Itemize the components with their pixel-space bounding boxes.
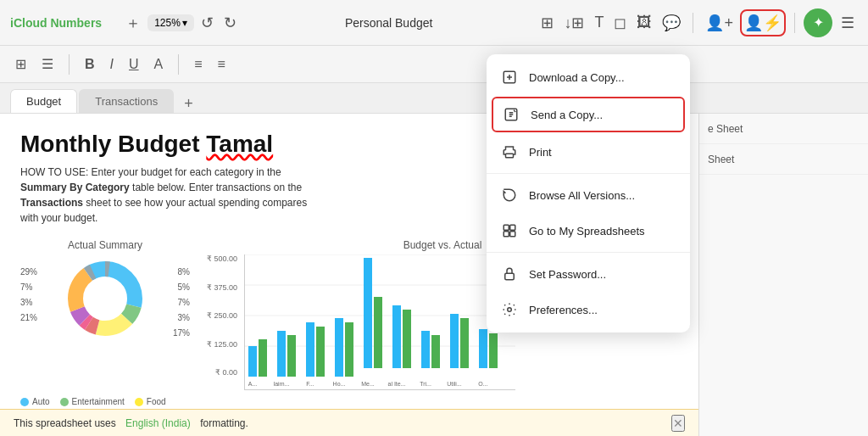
svg-rect-29 bbox=[479, 329, 487, 368]
chart-legend: Auto Entertainment Food bbox=[20, 397, 190, 406]
send-copy-icon bbox=[502, 105, 520, 124]
svg-rect-22 bbox=[374, 297, 382, 368]
svg-text:Ho...: Ho... bbox=[333, 381, 346, 387]
sheet-tabs: Budget Transactions + bbox=[0, 83, 868, 114]
right-icons: ✦ ☰ bbox=[804, 8, 858, 37]
menu-set-password-label: Set Password... bbox=[529, 268, 606, 281]
y-0: ₹ 0.00 bbox=[207, 368, 237, 377]
donut-svg bbox=[63, 256, 147, 341]
download-icon bbox=[500, 68, 519, 87]
svg-rect-13 bbox=[248, 346, 257, 377]
panel-row-2: Sheet bbox=[699, 144, 868, 175]
y-375: ₹ 375.00 bbox=[207, 283, 237, 292]
chart-download-icon[interactable]: ↓⊞ bbox=[560, 10, 587, 36]
redo-btn[interactable]: ↻ bbox=[220, 10, 240, 36]
notif-text: This spreadsheet uses bbox=[14, 417, 116, 429]
tab-transactions[interactable]: Transactions bbox=[79, 89, 174, 113]
format-table-btn[interactable]: ⊞ bbox=[10, 53, 31, 75]
format-b-btn[interactable]: B bbox=[80, 53, 100, 75]
right-panel: e Sheet Sheet bbox=[698, 114, 868, 436]
toolbar-divider bbox=[693, 13, 693, 33]
align-left-btn[interactable]: ≡ bbox=[189, 53, 207, 75]
top-toolbar: iCloud Numbers ＋ 125% ▾ ↺ ↻ Personal Bud… bbox=[0, 0, 868, 46]
add-sheet-tab-btn[interactable]: + bbox=[179, 95, 198, 113]
toolbar-right: ⊞ ↓⊞ T ◻ 🖼 💬 👤+ 👤⚡ ✦ ☰ bbox=[537, 8, 858, 37]
add-sheet-btn[interactable]: ＋ bbox=[122, 9, 144, 36]
menu-print[interactable]: Print bbox=[487, 134, 690, 170]
format-divider bbox=[69, 54, 70, 75]
format-list-btn[interactable]: ☰ bbox=[36, 53, 58, 75]
preferences-icon bbox=[500, 300, 519, 319]
menu-divider-2 bbox=[487, 252, 690, 253]
donut-chart-container: Actual Summary 29% 7% 3% 21% bbox=[20, 239, 190, 406]
table-icon[interactable]: ⊞ bbox=[537, 10, 557, 36]
share-icon[interactable]: 👤+ bbox=[702, 10, 737, 36]
format-divider2 bbox=[178, 54, 179, 75]
svg-point-8 bbox=[84, 277, 126, 320]
format-i-btn[interactable]: I bbox=[105, 53, 119, 75]
svg-rect-19 bbox=[335, 318, 343, 377]
dlabel-21: 21% bbox=[20, 310, 37, 326]
legend-auto-dot bbox=[20, 398, 29, 406]
svg-rect-20 bbox=[345, 322, 353, 377]
svg-rect-30 bbox=[489, 333, 498, 368]
menu-my-spreadsheets[interactable]: Go to My Spreadsheets bbox=[487, 213, 690, 249]
more-options-btn[interactable]: ☰ bbox=[837, 10, 858, 36]
main-area: Monthly Budget Tamal HOW TO USE: Enter y… bbox=[0, 114, 868, 436]
donut-title: Actual Summary bbox=[20, 239, 190, 251]
notif-text2: formatting. bbox=[200, 417, 248, 429]
panel-row-1: e Sheet bbox=[699, 114, 868, 144]
svg-text:F...: F... bbox=[306, 381, 314, 387]
bar-y-labels: ₹ 500.00 ₹ 375.00 ₹ 250.00 ₹ 125.00 ₹ 0.… bbox=[207, 254, 241, 390]
text-icon[interactable]: T bbox=[591, 10, 607, 35]
menu-set-password[interactable]: Set Password... bbox=[487, 256, 690, 292]
y-250: ₹ 250.00 bbox=[207, 311, 237, 320]
menu-print-label: Print bbox=[529, 146, 552, 159]
svg-text:A...: A... bbox=[248, 381, 258, 387]
bar-svg: A... laim... F... Ho... Me... al Ite... … bbox=[244, 254, 515, 390]
dlabel-7: 7% bbox=[20, 280, 37, 295]
y-125: ₹ 125.00 bbox=[207, 340, 237, 349]
collab-btn[interactable]: 👤⚡ bbox=[740, 9, 786, 36]
format-color-btn[interactable]: A bbox=[149, 53, 169, 75]
set-password-icon bbox=[500, 265, 519, 283]
format-toolbar: ⊞ ☰ B I U A ≡ ≡ bbox=[0, 46, 868, 83]
menu-browse-versions[interactable]: Browse All Versions... bbox=[487, 177, 690, 213]
transactions-bold: Transactions bbox=[20, 197, 83, 209]
svg-rect-45 bbox=[504, 232, 509, 237]
notif-close-btn[interactable]: ✕ bbox=[671, 415, 685, 432]
svg-rect-14 bbox=[259, 339, 267, 377]
legend-food-label: Food bbox=[147, 397, 166, 406]
user-avatar[interactable]: ✦ bbox=[804, 8, 832, 37]
svg-text:al Ite...: al Ite... bbox=[388, 381, 406, 387]
menu-my-spreadsheets-label: Go to My Spreadsheets bbox=[529, 225, 645, 238]
menu-browse-versions-label: Browse All Versions... bbox=[529, 189, 635, 202]
comment-icon[interactable]: 💬 bbox=[659, 10, 684, 36]
donut-wrapper: 29% 7% 3% 21% bbox=[20, 256, 190, 392]
notif-link[interactable]: English (India) bbox=[125, 417, 191, 429]
svg-rect-44 bbox=[510, 225, 515, 230]
zoom-control[interactable]: 125% ▾ bbox=[147, 14, 194, 31]
svg-point-48 bbox=[508, 308, 512, 312]
menu-download[interactable]: Download a Copy... bbox=[487, 59, 690, 95]
svg-rect-43 bbox=[504, 225, 509, 230]
svg-text:Me...: Me... bbox=[361, 381, 375, 387]
media-icon[interactable]: 🖼 bbox=[633, 10, 655, 35]
legend-entertainment-label: Entertainment bbox=[72, 397, 125, 406]
tab-budget[interactable]: Budget bbox=[10, 89, 77, 113]
svg-text:Tri...: Tri... bbox=[420, 381, 431, 387]
y-500: ₹ 500.00 bbox=[207, 254, 237, 263]
menu-send-copy[interactable]: Send a Copy... bbox=[492, 97, 685, 132]
format-u-btn[interactable]: U bbox=[124, 53, 144, 75]
legend-entertainment-dot bbox=[60, 398, 69, 406]
undo-btn[interactable]: ↺ bbox=[198, 10, 217, 36]
document-title: Personal Budget bbox=[247, 16, 531, 30]
align-center-btn[interactable]: ≡ bbox=[213, 53, 231, 75]
dlabel-8: 8% bbox=[173, 265, 190, 280]
dlabel-3b: 3% bbox=[173, 310, 190, 326]
svg-text:O...: O... bbox=[478, 381, 487, 387]
zoom-chevron-icon: ▾ bbox=[182, 17, 187, 29]
menu-preferences[interactable]: Preferences... bbox=[487, 292, 690, 327]
shapes-icon[interactable]: ◻ bbox=[610, 10, 630, 36]
doc-description: HOW TO USE: Enter your budget for each c… bbox=[20, 165, 309, 226]
